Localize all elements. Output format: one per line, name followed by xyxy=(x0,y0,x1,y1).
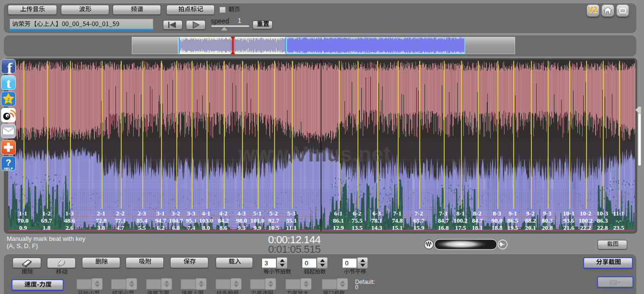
svg-text:104.7: 104.7 xyxy=(169,217,183,224)
svg-text:6-2: 6-2 xyxy=(353,210,361,217)
svg-text:94.7: 94.7 xyxy=(155,217,166,224)
svg-text:HELP: HELP xyxy=(4,167,13,170)
svg-text:23.5: 23.5 xyxy=(613,224,624,231)
svg-text:-.-: -.- xyxy=(616,217,621,224)
svg-text:7-1: 7-1 xyxy=(393,210,401,217)
svg-text:75.5: 75.5 xyxy=(352,217,363,224)
svg-text:12.9: 12.9 xyxy=(333,224,344,231)
svg-text:?: ? xyxy=(6,158,12,168)
svg-text:1-1: 1-1 xyxy=(19,210,27,217)
svg-text:18.8: 18.8 xyxy=(492,224,503,231)
svg-text:9-3: 9-3 xyxy=(543,210,552,217)
svg-text:0.9: 0.9 xyxy=(19,224,27,231)
svg-text:86.5: 86.5 xyxy=(507,217,518,224)
svg-text:6.8: 6.8 xyxy=(172,224,180,231)
svg-text:92.7: 92.7 xyxy=(268,217,279,224)
svg-text:8.0: 8.0 xyxy=(202,224,210,231)
svg-text:14.3: 14.3 xyxy=(371,224,382,231)
svg-text:7-3: 7-3 xyxy=(439,210,448,217)
svg-text:101.0: 101.0 xyxy=(250,217,264,224)
svg-text:22.8: 22.8 xyxy=(597,224,608,231)
svg-text:9.9: 9.9 xyxy=(253,224,262,231)
svg-text:80.3: 80.3 xyxy=(542,217,553,224)
svg-text:84.7: 84.7 xyxy=(438,217,449,224)
svg-text:6-3: 6-3 xyxy=(372,210,381,217)
svg-text:11.1: 11.1 xyxy=(286,224,297,231)
svg-text:98.0: 98.0 xyxy=(236,217,247,224)
svg-text:4-2: 4-2 xyxy=(219,210,227,217)
svg-text:7.4: 7.4 xyxy=(187,224,196,231)
svg-text:19.5: 19.5 xyxy=(507,224,518,231)
svg-text:93.6: 93.6 xyxy=(564,217,575,224)
svg-text:100.2: 100.2 xyxy=(453,217,467,224)
svg-text:1-3: 1-3 xyxy=(65,210,74,217)
svg-text:100.2: 100.2 xyxy=(578,217,592,224)
svg-text:10-3: 10-3 xyxy=(597,210,608,217)
svg-text:8-2: 8-2 xyxy=(473,210,481,217)
svg-text:6-1: 6-1 xyxy=(334,210,342,217)
svg-text:2-3: 2-3 xyxy=(138,210,146,217)
svg-text:10-2: 10-2 xyxy=(580,210,591,217)
svg-text:88.2: 88.2 xyxy=(525,217,536,224)
svg-text:69.7: 69.7 xyxy=(41,217,52,224)
svg-text:8-1: 8-1 xyxy=(456,210,464,217)
svg-text:3-2: 3-2 xyxy=(172,210,180,217)
svg-text:8.6: 8.6 xyxy=(219,224,228,231)
svg-text:1.8: 1.8 xyxy=(43,224,51,231)
svg-text:84.7: 84.7 xyxy=(472,217,483,224)
svg-text:48.6: 48.6 xyxy=(64,217,75,224)
svg-text:20.1: 20.1 xyxy=(525,224,536,231)
svg-text:22.2: 22.2 xyxy=(580,224,591,231)
svg-text:18.1: 18.1 xyxy=(472,224,483,231)
svg-text:4.7: 4.7 xyxy=(116,224,125,231)
svg-text:9-1: 9-1 xyxy=(508,210,517,217)
svg-text:t: t xyxy=(6,75,11,90)
svg-text:2-1: 2-1 xyxy=(97,210,105,217)
svg-text:9.3: 9.3 xyxy=(238,224,246,231)
svg-text:2.6: 2.6 xyxy=(66,224,74,231)
svg-text:17.5: 17.5 xyxy=(455,224,466,231)
svg-text:65.7: 65.7 xyxy=(414,217,425,224)
svg-text:86.1: 86.1 xyxy=(333,217,344,224)
svg-text:98.0: 98.0 xyxy=(492,217,503,224)
svg-text:6.2: 6.2 xyxy=(157,224,164,231)
svg-text:15.1: 15.1 xyxy=(392,224,403,231)
svg-text:72.8: 72.8 xyxy=(96,217,107,224)
svg-text:77.1: 77.1 xyxy=(115,217,126,224)
svg-text:10-1: 10-1 xyxy=(563,210,575,217)
svg-text:13.5: 13.5 xyxy=(352,224,363,231)
svg-text:20.8: 20.8 xyxy=(542,224,553,231)
svg-text:103.0: 103.0 xyxy=(199,217,213,224)
svg-text:5.5: 5.5 xyxy=(138,224,146,231)
svg-text:21.6: 21.6 xyxy=(564,224,575,231)
svg-text:95.1: 95.1 xyxy=(186,217,197,224)
svg-text:f: f xyxy=(7,59,12,74)
svg-text:86.3: 86.3 xyxy=(597,217,608,224)
svg-text:7-2: 7-2 xyxy=(414,210,423,217)
svg-text:5-2: 5-2 xyxy=(269,210,277,217)
svg-text:84.2: 84.2 xyxy=(218,217,229,224)
svg-text:78.1: 78.1 xyxy=(371,217,382,224)
svg-text:70.0: 70.0 xyxy=(18,217,29,224)
svg-text:3.8: 3.8 xyxy=(97,224,105,231)
svg-text:4-1: 4-1 xyxy=(202,210,210,217)
svg-text:5-3: 5-3 xyxy=(287,210,296,217)
svg-text:8-3: 8-3 xyxy=(493,210,501,217)
svg-text:15.9: 15.9 xyxy=(414,224,425,231)
svg-text:5-1: 5-1 xyxy=(253,210,261,217)
svg-text:www.Vmus.net: www.Vmus.net xyxy=(238,142,391,166)
svg-text:3-1: 3-1 xyxy=(156,210,164,217)
svg-text:10.5: 10.5 xyxy=(268,224,279,231)
svg-text:85.4: 85.4 xyxy=(137,217,148,224)
svg-text:4-3: 4-3 xyxy=(237,210,246,217)
svg-text:1-2: 1-2 xyxy=(42,210,50,217)
svg-text:Z: Z xyxy=(7,97,10,102)
svg-text:2-2: 2-2 xyxy=(116,210,124,217)
svg-text:74.8: 74.8 xyxy=(392,217,403,224)
svg-text:9-2: 9-2 xyxy=(526,210,534,217)
svg-text:11-1: 11-1 xyxy=(613,210,624,217)
svg-text:35.1: 35.1 xyxy=(286,217,297,224)
svg-text:16.8: 16.8 xyxy=(438,224,449,231)
svg-text:3-3: 3-3 xyxy=(187,210,196,217)
